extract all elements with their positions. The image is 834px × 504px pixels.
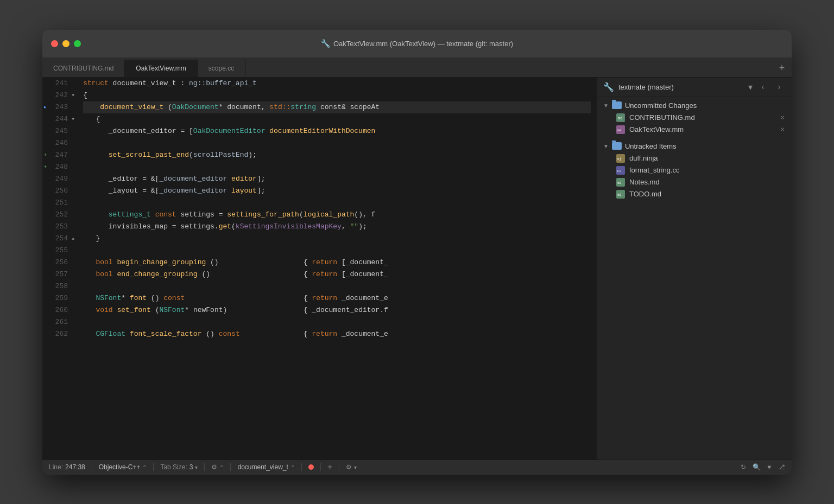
untracked-header[interactable]: ▼ Untracked Items [597,140,792,152]
minimize-button[interactable] [62,40,70,47]
file-todo-name: TODO.md [629,190,785,198]
status-divider-6 [320,463,321,471]
status-bar: Line: 247:38 Objective-C++ ⌃ Tab Size: 3… [42,460,792,475]
uncommitted-header[interactable]: ▼ Uncommitted Changes [597,99,792,112]
uncommitted-title: Uncommitted Changes [625,101,697,110]
line-numbers: 241 242 243 244 245 246 247 248 249 250 … [42,78,78,460]
code-line-244: { [83,113,591,125]
titlebar: 🔧 OakTextView.mm (OakTextView) — textmat… [42,30,792,58]
svg-text:md: md [618,116,622,120]
tab-scope[interactable]: scope.cc [198,60,245,77]
line-label: Line: [49,463,63,471]
nav-forward-button[interactable]: › [773,81,785,93]
maximize-button[interactable] [74,40,81,47]
file-contributing-close[interactable]: ✕ [780,114,785,122]
status-divider-7 [339,463,339,471]
status-branch[interactable]: ⎇ [778,463,785,471]
code-lines[interactable]: struct document_view_t : ng::buffer_api_… [78,78,596,460]
code-line-248 [83,161,591,173]
traffic-lights [42,40,81,47]
symbol-dropdown-icon: ⌃ [290,464,295,470]
code-line-243: document_view_t (OakDocument* document, … [83,101,591,113]
untracked-title: Untracked Items [625,142,677,150]
window-title: 🔧 OakTextView.mm (OakTextView) — textmat… [321,39,513,48]
code-line-256: bool begin_change_grouping () { return [… [83,257,591,269]
sidebar: 🔧 textmate (master) ▾ ‹ › ▼ Uncommitted … [596,78,792,460]
heart-icon: ♥ [767,463,771,471]
file-icon-mm: mm [616,125,625,134]
status-symbol[interactable]: document_view_t ⌃ [237,463,294,471]
svg-text:md: md [617,193,621,197]
svg-text:nj: nj [617,157,621,161]
status-gear[interactable]: ⚙ ⌃ [211,463,224,471]
status-build[interactable]: ⚙ ▾ [346,463,357,471]
code-line-259: NSFont* font () const { return _document… [83,292,591,304]
file-format-string[interactable]: cc format_string.cc [597,164,792,176]
add-tab-button[interactable]: + [772,60,792,77]
code-line-261 [83,316,591,328]
file-oaktextview-close[interactable]: ✕ [780,126,785,133]
untracked-folder-icon [612,142,622,150]
uncommitted-section: ▼ Uncommitted Changes md CONTRIBUTING.md… [597,97,792,138]
code-line-253: invisibles_map = settings.get(kSettingsI… [83,221,591,233]
status-error-dot[interactable] [308,464,314,470]
chevron-down-icon: ▼ [603,103,609,109]
file-duff[interactable]: nj duff.ninja [597,152,792,164]
status-language[interactable]: Objective-C++ ⌃ [99,463,147,471]
gear-dropdown-icon: ⌃ [219,464,224,470]
svg-text:mm: mm [617,128,622,132]
tab-oaktextview[interactable]: OakTextView.mm [125,60,197,77]
status-plus[interactable]: + [327,462,332,472]
code-line-254: } [83,233,591,245]
window: 🔧 OakTextView.mm (OakTextView) — textmat… [42,30,792,475]
symbol-value: document_view_t [237,463,288,471]
file-icon-cc: cc [616,166,625,175]
code-line-242: { [83,90,591,101]
status-divider-1 [92,463,92,471]
sidebar-header: 🔧 textmate (master) ▾ ‹ › [597,78,792,97]
code-line-262: CGFloat font_scale_factor () const { ret… [83,328,591,340]
tabs-bar: CONTRIBUTING.md OakTextView.mm scope.cc … [42,58,792,78]
file-todo[interactable]: md TODO.md [597,188,792,200]
code-content[interactable]: 241 242 243 244 245 246 247 248 249 250 … [42,78,596,460]
branch-status-icon: ⎇ [778,463,785,471]
svg-text:md: md [617,181,621,185]
error-dot-icon [308,464,314,470]
branch-dropdown[interactable]: ▾ [748,82,753,92]
gear-icon: ⚙ [211,463,217,471]
build-icon: ⚙ [346,463,352,471]
file-format-string-name: format_string.cc [629,166,785,174]
uncommitted-folder-icon [612,101,622,109]
editor-area[interactable]: 241 242 243 244 245 246 247 248 249 250 … [42,78,596,460]
code-line-250: _layout = &[_document_editor layout]; [83,185,591,197]
status-divider-2 [153,463,154,471]
plus-icon: + [327,462,332,472]
status-heart[interactable]: ♥ [767,463,771,471]
svg-text:cc: cc [617,169,621,173]
status-search[interactable]: 🔍 [753,463,761,471]
code-line-241: struct document_view_t : ng::buffer_api_… [83,78,591,90]
file-contributing[interactable]: md CONTRIBUTING.md ✕ [597,112,792,124]
close-button[interactable] [51,40,58,47]
file-duff-name: duff.ninja [629,154,785,162]
language-dropdown-icon: ⌃ [142,464,147,470]
status-tabsize[interactable]: Tab Size: 3 ▾ [160,463,198,471]
file-oaktextview[interactable]: mm OakTextView.mm ✕ [597,124,792,136]
tab-contributing[interactable]: CONTRIBUTING.md [42,60,125,77]
repo-icon: 🔧 [603,82,614,92]
code-line-255 [83,245,591,257]
file-oaktextview-name: OakTextView.mm [629,125,775,133]
code-line-257: bool end_change_grouping () { return [_d… [83,269,591,280]
line-value: 247:38 [65,463,85,471]
build-dropdown-icon: ▾ [354,464,357,470]
file-contributing-name: CONTRIBUTING.md [629,113,775,122]
tab-dropdown-icon: ▾ [195,464,198,470]
file-notes[interactable]: md Notes.md [597,176,792,188]
main-area: 241 242 243 244 245 246 247 248 249 250 … [42,78,792,460]
search-icon: 🔍 [753,463,761,471]
file-icon-todo: md [616,190,625,199]
chevron-down-icon-2: ▼ [603,143,609,149]
code-line-246 [83,137,591,149]
nav-back-button[interactable]: ‹ [757,81,769,93]
status-refresh[interactable]: ↻ [741,463,746,471]
